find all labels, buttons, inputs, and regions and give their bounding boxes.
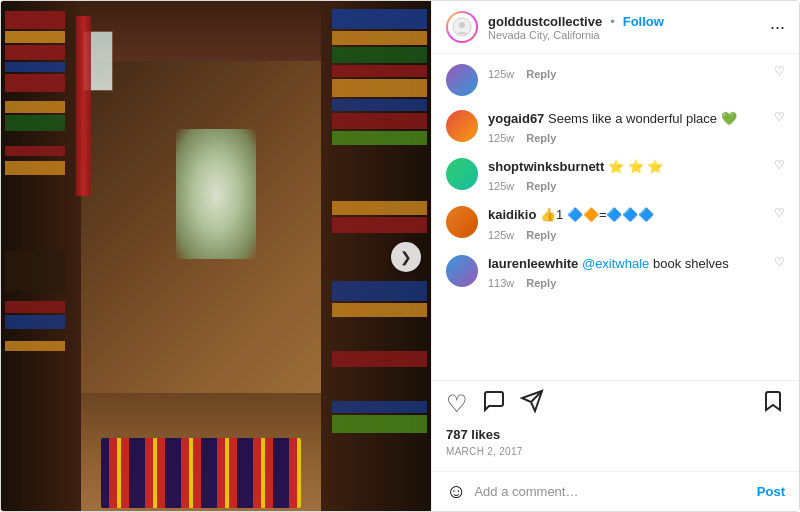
reply-button[interactable]: Reply <box>526 68 556 80</box>
list-item: kaidikio 👍1 🔷🔶=🔷🔷🔷 125w Reply ♡ <box>446 206 785 240</box>
like-comment-button[interactable]: ♡ <box>774 64 785 78</box>
more-options-button[interactable]: ··· <box>770 17 785 38</box>
commenter-username[interactable]: laurenleewhite <box>488 256 578 271</box>
comments-list: 125w Reply ♡ yogaid67 Seems like a wonde… <box>432 54 799 380</box>
comment-text: kaidikio 👍1 🔷🔶=🔷🔷🔷 <box>488 206 764 224</box>
comment-avatar[interactable] <box>446 64 478 96</box>
comment-timestamp: 125w <box>488 229 514 241</box>
comment-content: Seems like a wonderful place 💚 <box>548 111 737 126</box>
add-comment-bar: ☺ Post <box>432 471 799 511</box>
comment-timestamp: 125w <box>488 180 514 192</box>
comment-text: laurenleewhite @exitwhale book shelves <box>488 255 764 273</box>
comment-timestamp: 113w <box>488 277 514 289</box>
post-image: ❯ <box>1 1 431 512</box>
share-button[interactable] <box>520 389 544 419</box>
list-item: yogaid67 Seems like a wonderful place 💚 … <box>446 110 785 144</box>
bookmark-button[interactable] <box>761 389 785 419</box>
post-owner-avatar[interactable] <box>446 11 478 43</box>
post-comment-button[interactable]: Post <box>757 484 785 499</box>
comment-content: 👍1 🔷🔶=🔷🔷🔷 <box>540 207 654 222</box>
reply-button[interactable]: Reply <box>526 180 556 192</box>
comment-meta: 125w Reply <box>488 68 764 80</box>
comment-input[interactable] <box>474 484 748 499</box>
list-item: laurenleewhite @exitwhale book shelves 1… <box>446 255 785 289</box>
comment-timestamp: 125w <box>488 132 514 144</box>
like-comment-button[interactable]: ♡ <box>774 255 785 269</box>
comment-body: 125w Reply <box>488 64 764 80</box>
comment-avatar[interactable] <box>446 110 478 142</box>
like-button[interactable]: ♡ <box>446 390 468 418</box>
comment-content: book shelves <box>653 256 729 271</box>
separator-dot: • <box>610 14 615 29</box>
comment-body: kaidikio 👍1 🔷🔶=🔷🔷🔷 125w Reply <box>488 206 764 240</box>
post-date: MARCH 2, 2017 <box>446 446 785 457</box>
reply-button[interactable]: Reply <box>526 132 556 144</box>
follow-button[interactable]: Follow <box>623 14 664 29</box>
curtain <box>76 16 91 196</box>
mention-username[interactable]: @exitwhale <box>582 256 649 271</box>
chevron-right-icon: ❯ <box>400 249 412 265</box>
comment-avatar[interactable] <box>446 255 478 287</box>
post-location: Nevada City, California <box>488 29 664 41</box>
commenter-username[interactable]: shoptwinksburnett <box>488 159 604 174</box>
comment-button[interactable] <box>482 389 506 419</box>
action-icons-row: ♡ <box>446 389 785 419</box>
door-light <box>176 129 256 259</box>
commenter-username[interactable]: kaidikio <box>488 207 536 222</box>
ceiling <box>81 1 321 61</box>
comment-meta: 125w Reply <box>488 132 764 144</box>
reply-button[interactable]: Reply <box>526 277 556 289</box>
comment-text: yogaid67 Seems like a wonderful place 💚 <box>488 110 764 128</box>
avatar-image <box>448 13 476 41</box>
comment-timestamp: 125w <box>488 68 514 80</box>
header-info: golddustcollective • Follow Nevada City,… <box>488 14 664 41</box>
list-item: 125w Reply ♡ <box>446 64 785 96</box>
svg-point-1 <box>459 22 465 28</box>
comment-body: shoptwinksburnett ⭐ ⭐ ⭐ 125w Reply <box>488 158 764 192</box>
comment-body: laurenleewhite @exitwhale book shelves 1… <box>488 255 764 289</box>
next-button[interactable]: ❯ <box>391 242 421 272</box>
comment-avatar[interactable] <box>446 158 478 190</box>
rug <box>101 438 301 508</box>
comment-body: yogaid67 Seems like a wonderful place 💚 … <box>488 110 764 144</box>
comment-content: ⭐ ⭐ ⭐ <box>608 159 663 174</box>
comment-meta: 125w Reply <box>488 229 764 241</box>
like-comment-button[interactable]: ♡ <box>774 206 785 220</box>
likes-count: 787 likes <box>446 427 785 442</box>
like-comment-button[interactable]: ♡ <box>774 110 785 124</box>
commenter-username[interactable]: yogaid67 <box>488 111 544 126</box>
comment-text: shoptwinksburnett ⭐ ⭐ ⭐ <box>488 158 764 176</box>
emoji-picker-button[interactable]: ☺ <box>446 480 466 503</box>
shelf-left <box>1 1 81 512</box>
comments-panel: golddustcollective • Follow Nevada City,… <box>431 1 799 511</box>
post-header: golddustcollective • Follow Nevada City,… <box>432 1 799 54</box>
reply-button[interactable]: Reply <box>526 229 556 241</box>
instagram-post: ❯ golddustcollective • Follow <box>0 0 800 512</box>
comment-avatar[interactable] <box>446 206 478 238</box>
list-item: shoptwinksburnett ⭐ ⭐ ⭐ 125w Reply ♡ <box>446 158 785 192</box>
comment-meta: 113w Reply <box>488 277 764 289</box>
owner-username[interactable]: golddustcollective <box>488 14 602 29</box>
comment-meta: 125w Reply <box>488 180 764 192</box>
action-bar: ♡ 787 likes <box>432 380 799 471</box>
like-comment-button[interactable]: ♡ <box>774 158 785 172</box>
